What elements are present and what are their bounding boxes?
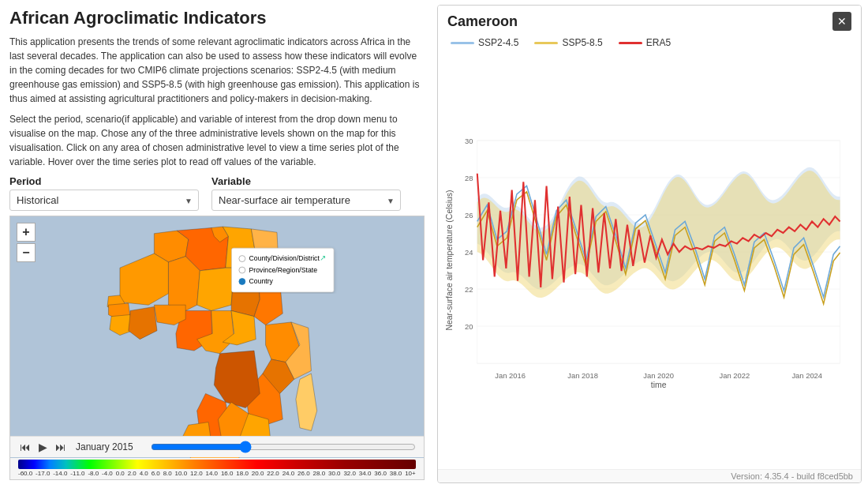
svg-text:Jan 2022: Jan 2022 [719,371,750,380]
variable-control: Variable Near-surface air temperature Pr… [211,175,401,211]
expand-icon[interactable]: ↗ [320,253,327,262]
variable-label: Variable [211,175,401,187]
legend-ssp585: SSP5-8.5 [534,37,602,48]
radio-province[interactable] [239,267,246,274]
period-select[interactable]: Historical SSP2-4.5 SSP5-8.5 [9,190,199,211]
svg-text:22: 22 [465,285,473,294]
zoom-out-button[interactable]: − [17,243,36,262]
radio-county[interactable] [239,255,246,262]
period-control: Period Historical SSP2-4.5 SSP5-8.5 [9,175,199,211]
variable-select[interactable]: Near-surface air temperature Precipitati… [211,190,401,211]
chart-svg: Near-surface air temperature (Celsius) 3… [444,54,848,466]
legend-labels: -60.0-17.0-14.0-11.0-8.0-4.00.02.04.06.0… [18,470,416,477]
zoom-in-button[interactable]: + [17,223,36,242]
chart-panel: Cameroon ✕ SSP2-4.5 SSP5-8.5 ERA5 Near-s… [437,5,862,483]
legend-line-ssp245 [451,42,474,44]
admin-province-label: Province/Region/State [249,266,317,274]
color-legend-bar [18,460,416,469]
svg-text:time: time [651,381,667,389]
svg-text:20: 20 [465,322,473,331]
legend-era5: ERA5 [619,37,671,48]
svg-text:Jan 2024: Jan 2024 [791,371,822,380]
period-select-wrapper: Historical SSP2-4.5 SSP5-8.5 [9,190,199,211]
legend-label-era5: ERA5 [646,37,671,48]
admin-option-county[interactable]: County/Division/District [239,253,320,264]
left-panel: African Agroclimatic Indicators This app… [0,0,434,488]
description-2: Select the period, scenario(if applicabl… [9,112,425,169]
admin-popup: ↗ County/Division/District Province/Regi… [231,248,334,292]
legend-line-era5 [619,42,642,44]
legend-label-ssp585: SSP5-8.5 [562,37,602,48]
admin-option-province[interactable]: Province/Region/State [239,265,327,276]
svg-text:26: 26 [465,211,473,220]
legend-ssp245: SSP2-4.5 [451,37,518,48]
play-button[interactable]: ▶ [37,441,49,453]
admin-country-label: Country [249,277,273,285]
chart-area: Near-surface air temperature (Celsius) 3… [438,51,861,469]
chart-legend: SSP2-4.5 SSP5-8.5 ERA5 [438,34,861,51]
svg-text:Jan 2018: Jan 2018 [567,371,598,380]
map-container[interactable]: + − [9,216,425,480]
legend-line-ssp585 [534,42,558,44]
timeline-slider[interactable] [151,441,416,453]
svg-text:28: 28 [465,174,473,182]
svg-text:Jan 2020: Jan 2020 [643,371,674,380]
admin-county-label: County/Division/District [249,255,320,263]
version-text: Version: 4.35.4 - build f8ced5bb [731,471,853,481]
app-title: African Agroclimatic Indicators [9,8,425,28]
close-button[interactable]: ✕ [832,12,851,31]
admin-option-country[interactable]: Country [239,276,327,287]
map-zoom-controls: + − [17,223,36,262]
chart-title: Cameroon [447,13,518,30]
controls-row: Period Historical SSP2-4.5 SSP5-8.5 Vari… [9,175,425,211]
svg-text:30: 30 [465,137,473,145]
legend-label-ssp245: SSP2-4.5 [478,37,518,48]
description-1: This application presents the trends of … [9,35,425,106]
forward-button[interactable]: ⏭ [54,441,68,453]
svg-text:24: 24 [465,248,473,257]
rewind-button[interactable]: ⏮ [18,441,32,453]
variable-select-wrapper: Near-surface air temperature Precipitati… [211,190,401,211]
radio-country[interactable] [239,278,246,285]
period-label: Period [9,175,199,187]
chart-header: Cameroon ✕ [438,6,861,34]
y-axis-label: Near-surface air temperature (Celsius) [445,190,454,330]
svg-text:Jan 2016: Jan 2016 [495,371,526,380]
timeline-controls: ⏮ ▶ ⏭ [18,441,68,453]
version-bar: Version: 4.35.4 - build f8ced5bb [438,469,861,482]
timeline-date: January 2015 [76,441,143,452]
